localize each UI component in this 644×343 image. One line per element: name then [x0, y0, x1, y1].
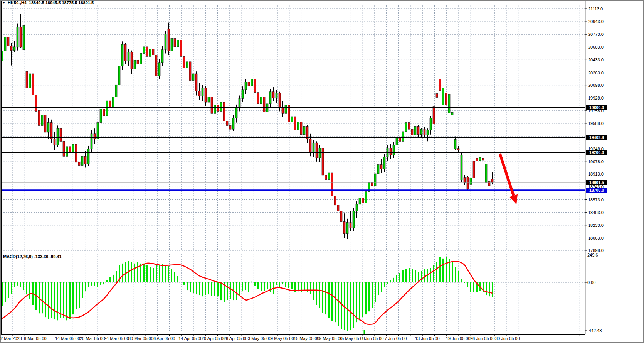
macd-histogram-bar: [26, 282, 27, 294]
candle-body: [365, 192, 367, 203]
macd-histogram-bar: [137, 262, 138, 282]
macd-histogram-bar: [103, 282, 104, 284]
macd-signal-layer: [0, 262, 493, 324]
candle-body: [75, 144, 77, 162]
macd-histogram-bar: [455, 267, 456, 282]
macd-histogram-bar: [51, 282, 52, 318]
candle-body: [177, 40, 179, 47]
candle-body: [300, 122, 302, 135]
macd-histogram-bar: [76, 282, 77, 309]
candle-body: [109, 101, 111, 108]
macd-histogram-bar: [236, 282, 237, 300]
macd-histogram-bar: [381, 282, 382, 292]
candle-body: [294, 117, 296, 130]
macd-histogram-bar: [396, 275, 397, 282]
macd-histogram-bar: [424, 269, 425, 282]
price-level-badge: 19800.0: [586, 105, 607, 110]
macd-histogram-bar: [387, 282, 388, 284]
chart-symbol-timeframe: HK50-,H4: [8, 0, 27, 5]
macd-histogram-bar: [325, 282, 326, 314]
price-axis-label: 18063.0: [588, 236, 604, 240]
macd-histogram-bar: [122, 264, 123, 282]
candle-body: [97, 123, 99, 139]
candle-body: [383, 157, 385, 169]
candle-body: [402, 132, 404, 141]
candle-body: [180, 40, 182, 56]
candle-body: [214, 105, 216, 113]
macd-histogram-bar: [421, 271, 422, 282]
candle-body: [220, 102, 222, 111]
macd-histogram-bar: [63, 282, 64, 318]
chart-menu-arrow-icon[interactable]: ▼: [2, 1, 5, 5]
macd-histogram-bar: [412, 269, 413, 282]
candle-body: [408, 123, 410, 130]
macd-histogram-bar: [461, 279, 462, 282]
macd-histogram-bar: [322, 282, 323, 313]
macd-histogram-bar: [279, 282, 280, 287]
candle-body: [390, 148, 392, 155]
macd-histogram-bar: [427, 269, 428, 282]
macd-histogram-bar: [146, 265, 148, 282]
candle-body: [420, 129, 422, 135]
macd-histogram-bar: [307, 282, 308, 292]
candle-body: [78, 162, 80, 166]
macd-histogram-bar: [350, 282, 351, 330]
candle-body: [235, 108, 237, 118]
macd-histogram-bar: [288, 282, 289, 288]
macd-histogram-bar: [125, 262, 126, 282]
candle-body: [106, 101, 108, 116]
candle-body: [112, 97, 114, 107]
candle-body: [140, 53, 142, 64]
macd-histogram-bar: [251, 282, 252, 282]
candle-body: [482, 158, 484, 160]
time-axis-label: 30 Jun 05:00: [495, 336, 520, 341]
price-level-badge: 18801.5: [586, 180, 607, 185]
macd-histogram-bar: [45, 282, 46, 317]
candle-body: [362, 198, 364, 203]
arrow-annotation-layer[interactable]: [500, 154, 518, 204]
macd-histogram-bar: [264, 282, 265, 291]
candle-body: [340, 211, 342, 221]
candle-body: [171, 39, 173, 51]
sell-arrow-head[interactable]: [509, 194, 518, 204]
macd-histogram-bar: [331, 282, 333, 321]
candle-body: [20, 27, 22, 47]
candle-body: [152, 49, 154, 55]
macd-histogram-bar: [177, 276, 178, 282]
macd-histogram-bar: [335, 282, 336, 322]
time-axis-label: 6 Apr 05:00: [153, 336, 175, 341]
candlestick-layer[interactable]: [1, 13, 493, 239]
macd-histogram-bar: [100, 282, 101, 285]
candle-body: [411, 129, 413, 135]
candle-body: [38, 110, 40, 125]
candle-body: [272, 92, 274, 98]
macd-histogram-bar: [97, 282, 98, 287]
macd-histogram-bar: [82, 282, 83, 298]
candle-body: [29, 74, 31, 88]
candle-body: [297, 122, 299, 130]
time-axis-label: 8 Mar 05:00: [24, 336, 47, 341]
macd-histogram-bar: [359, 282, 360, 320]
candle-body: [380, 165, 382, 169]
candle-body: [464, 178, 466, 183]
price-axis-label: 20263.0: [588, 71, 604, 75]
macd-histogram-bar: [304, 282, 305, 291]
macd-histogram-bar: [214, 282, 215, 296]
chart-canvas[interactable]: [0, 0, 644, 343]
candle-body: [276, 93, 277, 98]
candle-body: [131, 52, 133, 69]
macd-histogram-bar: [291, 282, 293, 289]
candle-body: [254, 79, 256, 93]
macd-histogram-bar: [338, 282, 339, 326]
macd-histogram-bar: [143, 264, 145, 282]
macd-indicator-label: MACD(12,26,9) -133.36 -99.41: [3, 254, 62, 259]
macd-histogram-bar: [171, 269, 172, 282]
candle-body: [479, 157, 481, 161]
time-axis-label: 14 Mar 05:00: [55, 336, 80, 341]
candle-body: [158, 63, 160, 76]
time-axis-label: 7 Jun 05:00: [385, 336, 407, 341]
candle-body: [251, 79, 253, 86]
macd-histogram-bar: [242, 282, 243, 291]
candle-body: [303, 126, 305, 134]
macd-histogram-bar: [72, 282, 74, 314]
